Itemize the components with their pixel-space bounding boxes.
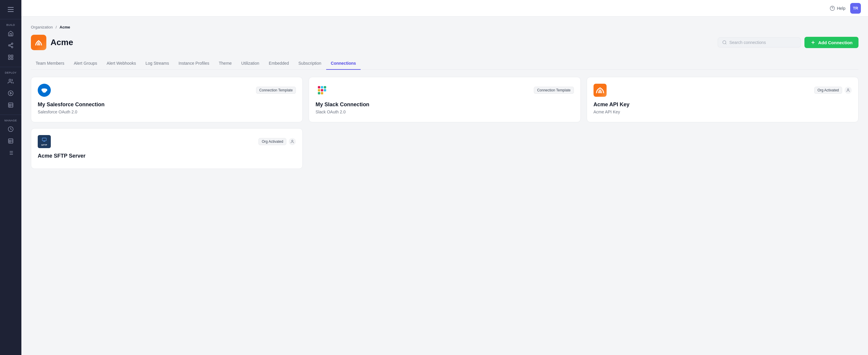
svg-rect-42 bbox=[324, 89, 326, 91]
org-activated-badge: Org Activated bbox=[258, 138, 286, 145]
sidebar-item-connections[interactable] bbox=[5, 39, 17, 51]
tab-alert-webhooks[interactable]: Alert Webhooks bbox=[102, 57, 141, 70]
hamburger-menu[interactable] bbox=[5, 4, 17, 15]
sidebar-item-apps[interactable] bbox=[5, 51, 17, 63]
add-connection-button[interactable]: Add Connection bbox=[804, 37, 859, 48]
user-avatar[interactable]: TR bbox=[850, 3, 861, 14]
tab-connections[interactable]: Connections bbox=[326, 57, 361, 70]
sidebar-section-deploy: DEPLOY bbox=[0, 67, 21, 114]
tabs-nav: Team MembersAlert GroupsAlert WebhooksLo… bbox=[31, 57, 859, 70]
help-button[interactable]: Help bbox=[830, 6, 845, 11]
topbar: Help TR bbox=[21, 0, 868, 17]
card-name: My Slack Connection bbox=[315, 101, 574, 108]
sidebar-item-clock[interactable] bbox=[5, 123, 17, 135]
svg-point-29 bbox=[723, 41, 726, 44]
card-header: Connection Template bbox=[38, 84, 296, 97]
sidebar-item-table[interactable] bbox=[5, 99, 17, 111]
page-actions: Add Connection bbox=[718, 37, 859, 48]
tab-utilization[interactable]: Utilization bbox=[237, 57, 264, 70]
card-header: SFTP Org Activated bbox=[38, 135, 296, 148]
breadcrumb-separator: / bbox=[56, 25, 57, 29]
sidebar-section-label-manage: MANAGE bbox=[4, 119, 17, 122]
connection-template-badge: Connection Template bbox=[256, 87, 296, 94]
svg-marker-11 bbox=[10, 92, 11, 94]
add-connection-label: Add Connection bbox=[818, 40, 852, 45]
org-logo bbox=[31, 35, 46, 50]
svg-rect-40 bbox=[318, 89, 320, 91]
connection-card-slack[interactable]: Connection Template My Slack Connection … bbox=[309, 77, 581, 122]
search-input[interactable] bbox=[729, 40, 797, 45]
svg-rect-7 bbox=[9, 58, 10, 60]
breadcrumb-parent[interactable]: Organization bbox=[31, 25, 53, 29]
sidebar-item-home[interactable] bbox=[5, 28, 17, 39]
svg-point-48 bbox=[292, 140, 293, 141]
svg-point-2 bbox=[11, 46, 13, 48]
svg-point-9 bbox=[9, 79, 11, 81]
plus-icon bbox=[810, 40, 816, 45]
svg-point-0 bbox=[11, 43, 13, 44]
svg-point-36 bbox=[42, 90, 46, 93]
user-icon bbox=[844, 87, 852, 94]
page-title: Acme bbox=[51, 38, 73, 47]
svg-rect-6 bbox=[11, 55, 13, 57]
svg-line-30 bbox=[725, 43, 726, 44]
tab-log-streams[interactable]: Log Streams bbox=[141, 57, 174, 70]
svg-line-4 bbox=[10, 44, 11, 45]
tab-alert-groups[interactable]: Alert Groups bbox=[69, 57, 102, 70]
connection-card-acme-api[interactable]: Org Activated Acme API Key Acme API Key bbox=[587, 77, 859, 122]
svg-rect-46 bbox=[42, 138, 46, 141]
sidebar: BUILD DEPLOY MANAGE bbox=[0, 0, 21, 355]
sidebar-section-label-deploy: DEPLOY bbox=[5, 71, 17, 74]
connection-card-salesforce[interactable]: Connection Template My Salesforce Connec… bbox=[31, 77, 303, 122]
card-header: Org Activated bbox=[593, 84, 852, 97]
card-subtitle: Salesforce OAuth 2.0 bbox=[38, 109, 296, 114]
svg-point-1 bbox=[9, 45, 10, 46]
card-name: My Salesforce Connection bbox=[38, 101, 296, 108]
page-content: Organization / Acme Acme bbox=[21, 17, 868, 355]
sidebar-item-chart[interactable] bbox=[5, 135, 17, 147]
page-title-group: Acme bbox=[31, 35, 73, 50]
sidebar-item-list[interactable] bbox=[5, 147, 17, 159]
breadcrumb-current: Acme bbox=[60, 25, 70, 29]
svg-rect-44 bbox=[321, 92, 323, 94]
breadcrumb: Organization / Acme bbox=[31, 25, 859, 29]
acme-logo bbox=[593, 84, 607, 97]
svg-point-45 bbox=[847, 89, 849, 90]
svg-rect-8 bbox=[11, 58, 13, 60]
sidebar-item-run[interactable] bbox=[5, 87, 17, 99]
svg-rect-43 bbox=[318, 92, 320, 94]
svg-point-10 bbox=[8, 91, 13, 96]
card-name: Acme SFTP Server bbox=[38, 153, 296, 159]
sidebar-section-build: BUILD bbox=[0, 19, 21, 66]
tab-team-members[interactable]: Team Members bbox=[31, 57, 69, 70]
svg-rect-39 bbox=[324, 86, 326, 89]
svg-rect-41 bbox=[321, 89, 323, 91]
org-activated-badge-group: Org Activated bbox=[258, 138, 296, 145]
sftp-logo: SFTP bbox=[38, 135, 51, 148]
connections-grid: Connection Template My Salesforce Connec… bbox=[31, 77, 859, 169]
connection-card-sftp[interactable]: SFTP Org Activated Acme SFTP Server bbox=[31, 128, 303, 169]
sidebar-item-users[interactable] bbox=[5, 75, 17, 87]
org-activated-badge: Org Activated bbox=[814, 87, 842, 94]
svg-rect-5 bbox=[9, 55, 10, 57]
search-box[interactable] bbox=[718, 37, 801, 47]
sidebar-section-label-build: BUILD bbox=[6, 24, 15, 26]
card-header: Connection Template bbox=[315, 84, 574, 97]
sidebar-section-manage: MANAGE bbox=[0, 115, 21, 161]
card-subtitle: Slack OAuth 2.0 bbox=[315, 109, 574, 114]
page-header: Acme Add Connection bbox=[31, 35, 859, 50]
org-activated-badge-group: Org Activated bbox=[814, 87, 852, 94]
user-icon bbox=[289, 138, 296, 145]
tab-subscription[interactable]: Subscription bbox=[294, 57, 326, 70]
svg-line-3 bbox=[10, 46, 11, 46]
tab-embedded[interactable]: Embedded bbox=[264, 57, 294, 70]
salesforce-logo bbox=[38, 84, 51, 97]
tab-theme[interactable]: Theme bbox=[214, 57, 237, 70]
card-name: Acme API Key bbox=[593, 101, 852, 108]
slack-logo bbox=[315, 84, 329, 97]
tab-instance-profiles[interactable]: Instance Profiles bbox=[174, 57, 214, 70]
svg-rect-38 bbox=[321, 86, 323, 89]
svg-rect-12 bbox=[9, 103, 13, 107]
connection-template-badge: Connection Template bbox=[534, 87, 574, 94]
main-content: Help TR Organization / Acme Acme bbox=[21, 0, 868, 355]
